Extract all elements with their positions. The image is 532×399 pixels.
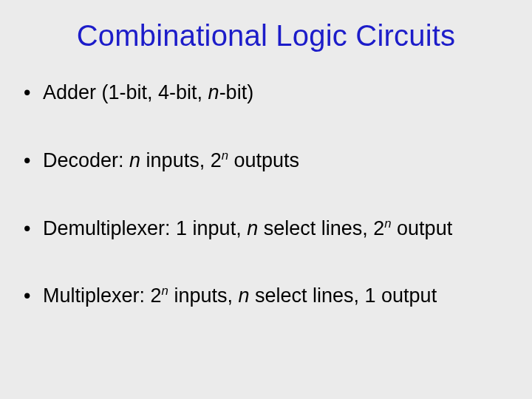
text-run: output: [392, 217, 453, 239]
text-run: Multiplexer: 2: [43, 284, 162, 307]
slide-title: Combinational Logic Circuits: [0, 0, 532, 52]
text-run: Decoder:: [43, 149, 129, 171]
bullet-item: Demultiplexer: 1 input, n select lines, …: [22, 216, 510, 242]
superscript: n: [222, 149, 228, 163]
italic-var: n: [129, 149, 140, 171]
italic-var: n: [247, 217, 258, 239]
bullet-item: Multiplexer: 2n inputs, n select lines, …: [22, 284, 510, 309]
slide: Combinational Logic Circuits Adder (1-bi…: [0, 0, 532, 399]
text-run: inputs, 2: [140, 149, 222, 171]
slide-body: Adder (1-bit, 4-bit, n-bit) Decoder: n i…: [0, 52, 532, 309]
italic-var: n: [208, 81, 219, 103]
superscript: n: [384, 216, 391, 231]
text-run: Adder (1-bit, 4-bit,: [43, 81, 208, 103]
text-run: select lines, 1 output: [249, 284, 437, 307]
text-run: select lines, 2: [258, 217, 384, 239]
bullet-list: Adder (1-bit, 4-bit, n-bit) Decoder: n i…: [22, 81, 510, 309]
text-run: inputs,: [168, 284, 239, 307]
text-run: Demultiplexer: 1 input,: [43, 217, 247, 239]
bullet-item: Adder (1-bit, 4-bit, n-bit): [22, 81, 510, 106]
text-run: outputs: [228, 149, 299, 171]
text-run: -bit): [219, 81, 254, 103]
bullet-item: Decoder: n inputs, 2n outputs: [22, 149, 510, 174]
superscript: n: [162, 284, 168, 298]
italic-var: n: [238, 284, 249, 307]
